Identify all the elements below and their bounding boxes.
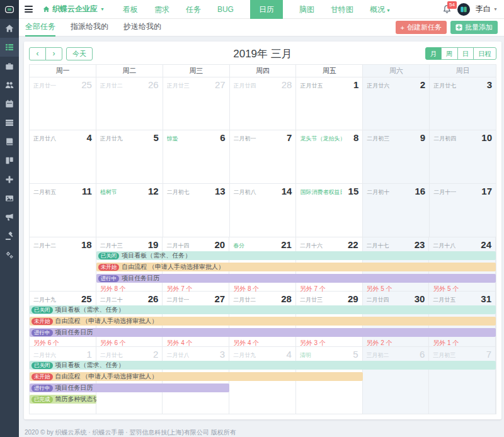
- prev-month-button[interactable]: ‹: [29, 47, 46, 60]
- sidebar-item-kanban[interactable]: [0, 151, 19, 170]
- nav-item-甘特图[interactable]: 甘特图: [331, 0, 353, 19]
- calendar-header-row: 周一周二周三周四周五周六周日: [30, 65, 496, 77]
- day-cell[interactable]: 惊蛰6: [163, 130, 230, 183]
- sidebar-item-list[interactable]: [0, 38, 19, 57]
- sidebar-item-team[interactable]: [0, 76, 19, 94]
- sidebar-item-calendar[interactable]: [0, 94, 19, 113]
- event-bar-in_progress[interactable]: 进行中项目任务日历: [30, 383, 229, 392]
- sidebar-item-book[interactable]: [0, 132, 19, 151]
- day-cell[interactable]: 二月初八14: [230, 184, 297, 237]
- day-cell[interactable]: 植树节12: [96, 184, 163, 237]
- tab-抄送给我的[interactable]: 抄送给我的: [123, 19, 161, 37]
- avatar[interactable]: [457, 3, 470, 16]
- sidebar-item-image[interactable]: [0, 189, 19, 208]
- nav-item-脑图[interactable]: 脑图: [299, 0, 314, 19]
- more-events-link[interactable]: 另外 5 个: [367, 285, 392, 293]
- day-cell[interactable]: 二月初四10: [430, 130, 496, 183]
- more-events-link[interactable]: 另外 2 个: [367, 339, 392, 348]
- event-bar-in_progress[interactable]: 进行中项目任务日历: [96, 274, 496, 283]
- day-cell[interactable]: 二月初三9: [363, 130, 430, 183]
- more-events-link[interactable]: 另外 6 个: [33, 339, 59, 348]
- view-button-周[interactable]: 周: [441, 47, 458, 60]
- nav-item-需求[interactable]: 需求: [154, 0, 169, 19]
- day-cell[interactable]: 正月廿九5: [96, 130, 163, 183]
- day-number: 6: [220, 132, 225, 143]
- day-header-周五: 周五: [296, 65, 363, 77]
- nav-item-看板[interactable]: 看板: [123, 0, 138, 19]
- today-button[interactable]: 今天: [66, 47, 93, 60]
- nav-item-BUG[interactable]: BUG: [217, 0, 234, 19]
- hamburger-menu-icon[interactable]: [25, 6, 33, 13]
- more-events-link[interactable]: 另外 4 个: [233, 339, 259, 348]
- event-bar-closed[interactable]: 已关闭项目看板（需求、任务）: [30, 305, 496, 314]
- day-cell[interactable]: 正月廿一25: [30, 77, 96, 130]
- notification-bell[interactable]: 54: [442, 4, 452, 14]
- calendar-week-row: 二月十九25二月二十26二月廿一27二月廿二28二月廿三29二月廿四30二月廿五…: [30, 292, 496, 347]
- day-cell[interactable]: 二月十二18: [30, 237, 96, 291]
- day-cell[interactable]: 正月廿六2: [363, 77, 430, 130]
- more-events-link[interactable]: 另外 1 个: [433, 339, 459, 348]
- day-cell[interactable]: 二月十一17: [430, 184, 496, 237]
- day-number: 3: [487, 79, 492, 90]
- event-bar-in_progress[interactable]: 进行中项目任务日历: [30, 328, 496, 337]
- day-cell[interactable]: 正月廿八4: [30, 130, 96, 183]
- day-cell[interactable]: 二月初五11: [30, 184, 96, 237]
- day-number: 20: [214, 239, 225, 250]
- tab-全部任务[interactable]: 全部任务: [25, 19, 55, 37]
- username: 李白: [476, 4, 491, 14]
- event-bar-not_started[interactable]: 未开始自由流程 （申请人手动选择审批人）: [96, 263, 496, 271]
- day-cell[interactable]: 正月廿三27: [163, 77, 230, 130]
- day-number: 1: [86, 349, 91, 360]
- view-button-月[interactable]: 月: [425, 47, 442, 60]
- tab-指派给我的[interactable]: 指派给我的: [71, 19, 108, 37]
- more-events-link[interactable]: 另外 7 个: [300, 285, 326, 293]
- day-cell[interactable]: 二月初一7: [230, 130, 297, 183]
- day-cell[interactable]: 正月廿二26: [96, 77, 163, 130]
- more-events-link[interactable]: 另外 7 个: [166, 285, 192, 293]
- sidebar-item-tasks[interactable]: [0, 113, 19, 132]
- day-cell[interactable]: 龙头节（龙抬头）8: [296, 130, 363, 183]
- event-bar-not_started[interactable]: 未开始自由流程 （申请人手动选择审批人）: [30, 317, 496, 326]
- more-events-link[interactable]: 另外 8 个: [233, 285, 259, 293]
- more-events-link[interactable]: 另外 3 个: [300, 339, 326, 348]
- sidebar-item-megaphone[interactable]: [0, 208, 19, 227]
- day-cell[interactable]: 正月廿七3: [430, 77, 496, 130]
- calendar-toolbar: ‹ › 今天 2019年 三月 月周日日程: [29, 44, 496, 63]
- day-cell[interactable]: 二月初十16: [363, 184, 430, 237]
- sidebar-item-gears[interactable]: [0, 246, 19, 264]
- sidebar-item-plus[interactable]: [0, 170, 19, 189]
- sidebar-item-gavel[interactable]: [0, 227, 19, 246]
- nav-item-概况[interactable]: 概况 ▼: [370, 0, 391, 19]
- view-button-日[interactable]: 日: [457, 47, 474, 60]
- event-bar-closed[interactable]: 已关闭项目看板（需求、任务）: [30, 361, 496, 370]
- app-logo-icon[interactable]: [0, 0, 19, 19]
- create-task-button[interactable]: +创建新任务: [396, 21, 447, 34]
- next-month-button[interactable]: ›: [45, 47, 62, 60]
- more-events-link[interactable]: 另外 8 个: [100, 285, 126, 293]
- user-menu[interactable]: 李白 ▼: [476, 4, 498, 14]
- event-bar-not_started[interactable]: 未开始自由流程 （申请人手动选择审批人）: [30, 372, 363, 381]
- event-title: 项目看板（需求、任务）: [122, 251, 191, 260]
- day-cell[interactable]: 三月初三7: [429, 347, 496, 414]
- more-events-link[interactable]: 另外 4 个: [166, 339, 192, 348]
- event-bar-completed[interactable]: 已完成简历多种状态切换查看: [30, 395, 96, 404]
- event-title: 项目任务日历: [55, 328, 93, 337]
- sidebar-item-briefcase[interactable]: [0, 57, 19, 76]
- event-bar-closed[interactable]: 已关闭项目看板（需求、任务）: [96, 251, 496, 260]
- image-icon: [5, 194, 14, 203]
- day-cell[interactable]: 二月初七13: [163, 184, 230, 237]
- sidebar-item-home[interactable]: [0, 19, 19, 38]
- more-events-link[interactable]: 另外 6 个: [100, 339, 126, 348]
- batch-add-button[interactable]: 批量添加: [450, 21, 498, 34]
- view-button-日程[interactable]: 日程: [473, 47, 496, 60]
- day-cell[interactable]: 国际消费者权益日15: [296, 184, 363, 237]
- nav-item-日历[interactable]: 日历: [250, 0, 283, 19]
- day-cell[interactable]: 正月廿四28: [230, 77, 297, 130]
- day-cell[interactable]: 正月廿五1: [296, 77, 363, 130]
- workspace-switcher[interactable]: 织蝶云企业应 ▼: [43, 4, 105, 14]
- day-cell[interactable]: 三月初二6: [363, 347, 430, 414]
- day-number: 5: [353, 349, 358, 360]
- nav-item-任务[interactable]: 任务: [186, 0, 201, 19]
- more-events-link[interactable]: 另外 5 个: [433, 285, 459, 293]
- tasks-icon: [5, 118, 14, 127]
